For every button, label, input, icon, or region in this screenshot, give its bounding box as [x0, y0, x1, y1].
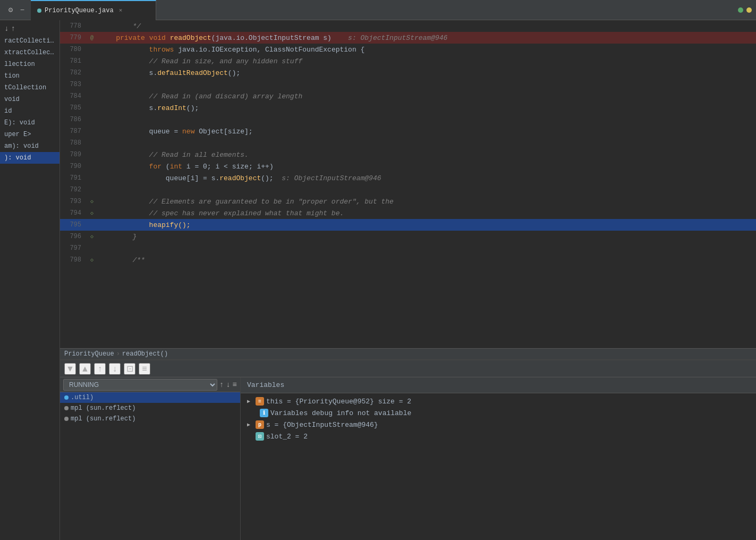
sidebar-item-0[interactable]: ractCollection	[0, 35, 60, 47]
sidebar-item-14[interactable]: ): void	[0, 152, 60, 164]
sidebar-item-10[interactable]: E): void	[0, 117, 60, 129]
line-content-778: */	[97, 22, 756, 30]
main-layout: ↓ ↑ ractCollectionxtractCollectionllecti…	[0, 20, 756, 540]
thread-dropdown[interactable]: RUNNING	[63, 379, 217, 391]
code-line-786: 786	[60, 114, 756, 125]
stack-item-label-0: .util)	[71, 394, 94, 401]
line-content-796: }	[97, 233, 756, 241]
breadcrumb-class: PriorityQueue	[64, 350, 114, 358]
step-out-button[interactable]: ↑	[94, 363, 106, 375]
line-content-790: for (int i = 0; i < size; i++)	[97, 163, 756, 171]
code-text: // Elements are guaranteed to be in "pro…	[99, 198, 394, 206]
line-content-780: throws java.io.IOException, ClassNotFoun…	[97, 46, 756, 54]
code-part: throws	[99, 46, 178, 54]
variables-panel: Variables ▶≡this = {PriorityQueue@952} s…	[241, 377, 756, 540]
sidebar-item-3[interactable]: tion	[0, 70, 60, 82]
line-number-797: 797	[60, 244, 87, 252]
sidebar-item-7[interactable]: void	[0, 94, 60, 105]
stack-item-0[interactable]: .util)	[60, 392, 240, 403]
stack-down-button[interactable]: ↓	[226, 381, 230, 389]
stack-item-1[interactable]: mpl (sun.reflect)	[60, 403, 240, 414]
code-line-778: 778 */	[60, 20, 756, 32]
line-content-798: /**	[97, 256, 756, 264]
code-line-788: 788	[60, 137, 756, 149]
stack-item-2[interactable]: mpl (sun.reflect)	[60, 414, 240, 424]
var-icon-2: p	[256, 420, 264, 429]
step-over-button[interactable]: ▼	[64, 363, 76, 375]
code-part: Object	[199, 128, 224, 136]
stack-item-label-2: mpl (sun.reflect)	[71, 415, 135, 423]
code-part: java.io.IOException, ClassNotFoundExcept…	[178, 46, 364, 54]
line-gutter-796: ◇	[87, 233, 97, 240]
tab-priorityqueue[interactable]: PriorityQueue.java×	[31, 0, 156, 20]
nav-down-icon[interactable]: ↓	[4, 24, 9, 33]
evaluate-button[interactable]: ⊡	[124, 363, 135, 375]
code-part: i = 0; i < size; i++)	[186, 163, 274, 171]
stack-item-dot-2	[64, 417, 69, 421]
variables-title: Variables	[247, 381, 284, 389]
variables-list: ▶≡this = {PriorityQueue@952} size = 2ℹVa…	[241, 393, 756, 540]
var-row-1[interactable]: ℹVariables debug info not available	[241, 407, 756, 419]
sidebar-item-2[interactable]: llection	[0, 58, 60, 70]
line-number-788: 788	[60, 139, 87, 147]
code-line-790: 790 for (int i = 0; i < size; i++)	[60, 161, 756, 172]
line-content-789: // Read in all elements.	[97, 151, 756, 159]
var-row-2[interactable]: ▶ps = {ObjectInputStream@946}	[241, 419, 756, 431]
line-gutter-794: ◇	[87, 210, 97, 216]
line-number-791: 791	[60, 174, 87, 182]
line-gutter-779: @	[87, 35, 97, 41]
sidebar-item-4[interactable]: tCollection	[0, 82, 60, 94]
line-number-789: 789	[60, 151, 87, 158]
minus-icon[interactable]: −	[18, 6, 27, 14]
code-line-787: 787 queue = new Object[size];	[60, 125, 756, 137]
tab-close-priorityqueue[interactable]: ×	[119, 7, 123, 14]
sidebar-item-1[interactable]: xtractCollection	[0, 47, 60, 58]
green-indicator	[738, 7, 743, 13]
stack-up-button[interactable]: ↑	[219, 381, 224, 389]
code-part: s.	[99, 104, 157, 112]
code-line-789: 789 // Read in all elements.	[60, 149, 756, 161]
code-line-793: 793◇ // Elements are guaranteed to be in…	[60, 196, 756, 207]
line-number-798: 798	[60, 256, 87, 264]
sidebar-item-13[interactable]: am): void	[0, 140, 60, 152]
run-to-cursor-button[interactable]: ↓	[109, 363, 121, 375]
code-line-792: 792	[60, 184, 756, 196]
variables-header: Variables	[241, 377, 756, 393]
code-part: for	[99, 163, 166, 171]
code-line-798: 798◇ /**	[60, 254, 756, 266]
code-part: queue[i] = s.	[99, 174, 219, 182]
line-number-795: 795	[60, 221, 87, 229]
var-arrow-0[interactable]: ▶	[247, 398, 253, 404]
code-text: // Read in size, and any hidden stuff	[99, 57, 302, 65]
code-text: // Read in (and discard) array length	[99, 92, 302, 100]
var-icon-1: ℹ	[260, 409, 268, 417]
var-name-val-1: Variables debug info not available	[270, 409, 411, 417]
code-line-781: 781 // Read in size, and any hidden stuf…	[60, 55, 756, 67]
var-icon-3: ⊡	[256, 432, 264, 441]
code-line-797: 797	[60, 242, 756, 254]
tab-dot-priorityqueue	[37, 9, 41, 13]
code-line-796: 796◇ }	[60, 231, 756, 242]
line-gutter-793: ◇	[87, 198, 97, 205]
var-row-3[interactable]: ⊡slot_2 = 2	[241, 431, 756, 442]
var-name-val-2: s = {ObjectInputStream@946}	[266, 421, 378, 429]
sidebar-items-container: ractCollectionxtractCollectionllectionti…	[0, 35, 60, 164]
line-number-793: 793	[60, 198, 87, 205]
var-row-0[interactable]: ▶≡this = {PriorityQueue@952} size = 2	[241, 395, 756, 407]
call-stack-panel: RUNNING ↑ ↓ ≡ .util)mpl (sun.reflect)mpl…	[60, 377, 241, 540]
line-content-779: private void readObject(java.io.ObjectIn…	[97, 34, 756, 42]
sidebar-item-12[interactable]: uper E>	[0, 129, 60, 140]
bottom-toolbar: ▼ ▲ ↑ ↓ ⊡ ≡	[60, 360, 756, 377]
step-into-button[interactable]: ▲	[79, 363, 91, 375]
code-part: s: ObjectInputStream@946	[332, 34, 447, 42]
trace-button[interactable]: ≡	[139, 363, 150, 375]
nav-up-icon[interactable]: ↑	[11, 24, 15, 33]
code-part: int	[170, 163, 186, 171]
line-content-785: s.readInt();	[97, 104, 756, 112]
code-scroll[interactable]: 778 */779@ private void readObject(java.…	[60, 20, 756, 348]
sidebar-item-9[interactable]: id	[0, 105, 60, 117]
settings-icon[interactable]: ⚙	[6, 6, 15, 14]
var-arrow-2[interactable]: ▶	[247, 421, 253, 428]
stack-filter-button[interactable]: ≡	[233, 381, 237, 389]
sidebar: ↓ ↑ ractCollectionxtractCollectionllecti…	[0, 20, 60, 540]
